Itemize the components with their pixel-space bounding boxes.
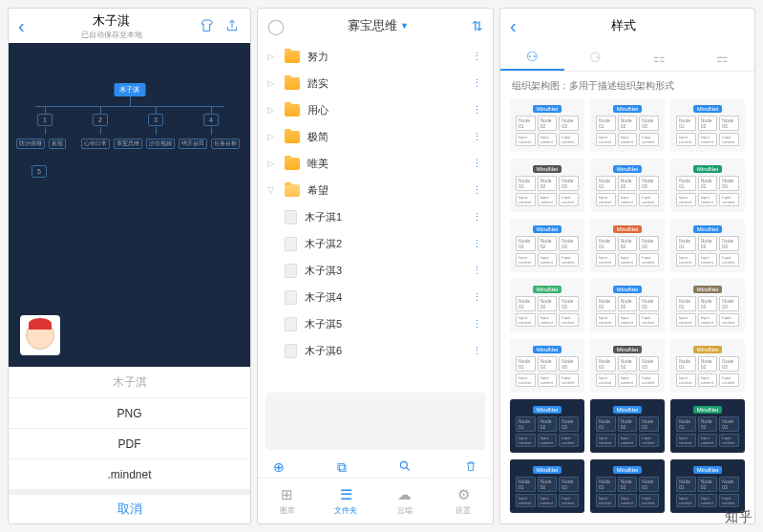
thumb-sub: Input content	[516, 373, 536, 387]
folder-icon	[285, 51, 300, 63]
more-icon[interactable]: ⋮	[472, 77, 483, 90]
pane2-title[interactable]: 寡宝思维▼	[285, 17, 472, 34]
mindmap-preview: 木子淇 1 2 3 4 防治聋哑新冠心动日常寡宝思维沙拉视频明天目田任务目标 5	[9, 43, 250, 367]
more-icon[interactable]: ⋮	[472, 158, 483, 170]
style-thumb[interactable]: MindNet Node 01Node 02Node 03 Input cont…	[670, 459, 745, 513]
back-icon[interactable]: ‹	[18, 15, 25, 37]
style-thumb[interactable]: MindNet Node 01Node 02Node 03 Input cont…	[510, 98, 584, 152]
thumb-sub: Input content	[516, 434, 536, 447]
more-icon[interactable]: ⋮	[472, 238, 483, 250]
more-icon[interactable]: ⋮	[472, 184, 483, 197]
share-icon[interactable]	[223, 17, 241, 34]
tab-tree[interactable]: ⚆	[564, 43, 628, 71]
style-description: 组织架构图：多用于描述组织架构形式	[500, 72, 754, 98]
folder-row[interactable]: ▷ 用心 ⋮	[258, 96, 493, 123]
file-row[interactable]: 木子淇2 ⋮	[258, 230, 493, 257]
thumb-node: Node 03	[639, 416, 659, 432]
new-doc-icon[interactable]: ⧉	[337, 459, 347, 476]
more-icon[interactable]: ⋮	[472, 51, 483, 63]
file-row[interactable]: 木子淇1 ⋮	[258, 203, 493, 230]
bottom-tabbar: ⊞ 图库 ☰ 文件夹 ☁ 云端 ⚙ 设置	[258, 478, 493, 523]
file-row[interactable]: 木子淇4 ⋮	[258, 284, 493, 310]
thumb-node: Node 02	[538, 356, 558, 372]
thumb-root: MindNet	[533, 225, 562, 233]
style-thumb[interactable]: MindNet Node 01Node 02Node 03 Input cont…	[590, 339, 665, 393]
more-icon[interactable]: ⋮	[472, 345, 483, 357]
tab-orgchart[interactable]: ⚇	[500, 43, 564, 71]
tab-0[interactable]: ⊞ 图库	[258, 479, 317, 523]
more-icon[interactable]: ⋮	[472, 318, 483, 330]
thumb-sub: Input content	[538, 373, 558, 387]
more-icon[interactable]: ⋮	[472, 291, 483, 304]
style-thumb[interactable]: MindNet Node 01Node 02Node 03 Input cont…	[590, 399, 665, 453]
style-thumb[interactable]: MindNet Node 01Node 02Node 03 Input cont…	[510, 219, 584, 272]
more-icon[interactable]: ⋮	[472, 131, 483, 143]
thumb-sub: Input content	[559, 494, 579, 507]
thumb-node: Node 03	[719, 356, 739, 372]
folder-row[interactable]: ▷ 唯美 ⋮	[258, 150, 493, 177]
shirt-icon[interactable]	[199, 17, 216, 34]
tab-fishbone[interactable]: ⚏	[627, 43, 691, 71]
style-thumb[interactable]: MindNet Node 01Node 02Node 03 Input cont…	[590, 159, 665, 212]
style-thumb[interactable]: MindNet Node 01Node 02Node 03 Input cont…	[670, 339, 745, 393]
style-thumb[interactable]: MindNet Node 01Node 02Node 03 Input cont…	[510, 339, 584, 393]
tab-logic[interactable]: ⚎	[691, 43, 755, 71]
folder-row[interactable]: ▽ 希望 ⋮	[258, 177, 493, 203]
tab-3[interactable]: ⚙ 设置	[434, 479, 494, 523]
style-thumb[interactable]: MindNet Node 01Node 02Node 03 Input cont…	[670, 279, 745, 332]
sort-icon[interactable]: ⇅	[472, 18, 483, 33]
export-pdf[interactable]: PDF	[9, 428, 250, 458]
file-row[interactable]: 木子淇5 ⋮	[258, 310, 493, 337]
file-label: 木子淇1	[305, 210, 464, 224]
thumb-sub: Input content	[719, 133, 739, 146]
thumb-sub: Input content	[719, 253, 739, 266]
tab-icon: ⊞	[281, 486, 293, 503]
more-icon[interactable]: ⋮	[472, 265, 483, 277]
file-icon	[285, 344, 297, 358]
thumb-sub: Input content	[559, 133, 579, 146]
thumb-node: Node 02	[538, 416, 558, 432]
style-thumb[interactable]: MindNet Node 01Node 02Node 03 Input cont…	[670, 159, 745, 212]
folder-row[interactable]: ▷ 踏实 ⋮	[258, 70, 493, 96]
file-row[interactable]: 木子淇6 ⋮	[258, 337, 493, 364]
thumb-sub: Input content	[719, 193, 739, 206]
back-icon[interactable]: ‹	[510, 15, 517, 37]
more-icon[interactable]: ⋮	[472, 211, 483, 223]
thumb-node: Node 03	[639, 356, 659, 372]
search-icon[interactable]	[398, 459, 412, 476]
thumb-root: MindNet	[693, 346, 722, 353]
export-mindnet[interactable]: .mindnet	[9, 458, 250, 489]
style-thumb[interactable]: MindNet Node 01Node 02Node 03 Input cont…	[510, 279, 584, 332]
folder-icon	[285, 158, 300, 170]
thumb-node: Node 03	[559, 176, 579, 191]
style-thumb[interactable]: MindNet Node 01Node 02Node 03 Input cont…	[510, 459, 584, 513]
file-label: 木子淇5	[305, 317, 464, 331]
style-thumb[interactable]: MindNet Node 01Node 02Node 03 Input cont…	[510, 399, 584, 453]
style-thumb[interactable]: MindNet Node 01Node 02Node 03 Input cont…	[670, 98, 745, 152]
level3-node: 任务目标	[211, 138, 240, 149]
file-icon	[285, 237, 297, 251]
style-thumb[interactable]: MindNet Node 01Node 02Node 03 Input cont…	[670, 399, 745, 453]
tab-1[interactable]: ☰ 文件夹	[317, 479, 376, 523]
cancel-button[interactable]: 取消	[9, 489, 250, 523]
folder-row[interactable]: ▷ 极简 ⋮	[258, 123, 493, 150]
style-thumb[interactable]: MindNet Node 01Node 02Node 03 Input cont…	[590, 98, 665, 152]
style-thumb[interactable]: MindNet Node 01Node 02Node 03 Input cont…	[510, 159, 584, 212]
thumb-sub: Input content	[676, 253, 696, 266]
style-thumb[interactable]: MindNet Node 01Node 02Node 03 Input cont…	[670, 219, 745, 272]
style-thumb[interactable]: MindNet Node 01Node 02Node 03 Input cont…	[590, 279, 665, 332]
thumb-node: Node 01	[516, 356, 536, 372]
add-icon[interactable]: ⊕	[273, 459, 285, 476]
thumb-sub: Input content	[639, 253, 659, 266]
help-icon[interactable]: ◯	[267, 17, 285, 35]
more-icon[interactable]: ⋮	[472, 104, 483, 117]
trash-icon[interactable]	[464, 459, 477, 476]
file-row[interactable]: 木子淇3 ⋮	[258, 257, 493, 284]
tab-2[interactable]: ☁ 云端	[375, 479, 434, 523]
export-png[interactable]: PNG	[9, 397, 250, 428]
file-icon	[285, 290, 297, 305]
style-thumb[interactable]: MindNet Node 01Node 02Node 03 Input cont…	[590, 219, 665, 272]
thumb-root: MindNet	[613, 165, 642, 173]
folder-row[interactable]: ▷ 努力 ⋮	[258, 43, 493, 70]
style-thumb[interactable]: MindNet Node 01Node 02Node 03 Input cont…	[590, 459, 665, 513]
